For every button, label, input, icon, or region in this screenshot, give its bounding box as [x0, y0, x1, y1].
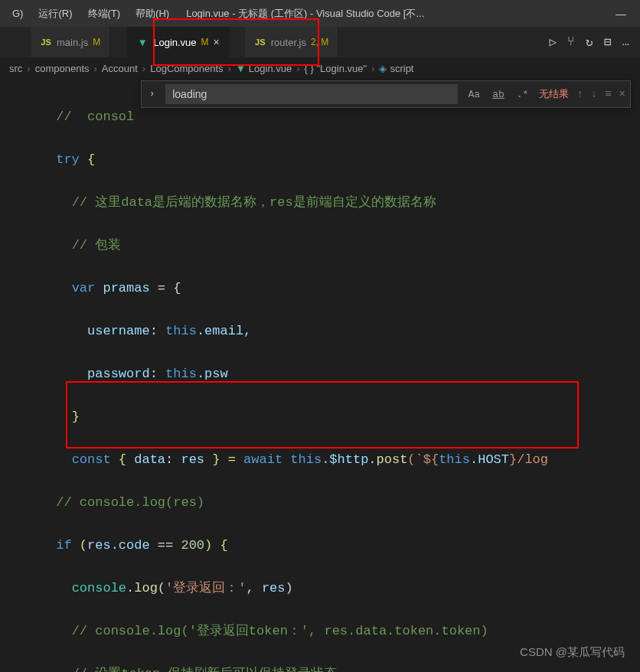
- tab-router-js[interactable]: JS router.js 2, M: [245, 27, 339, 57]
- tab-label: router.js: [271, 37, 306, 48]
- next-match-icon[interactable]: ↓: [591, 88, 597, 100]
- whole-word-icon[interactable]: ab: [489, 87, 508, 102]
- tab-label: Login.vue: [153, 37, 196, 48]
- search-results: 无结果: [539, 87, 569, 101]
- search-toggle-icon[interactable]: ›: [146, 89, 158, 99]
- menu-help[interactable]: 帮助(H): [129, 4, 175, 24]
- split-icon[interactable]: ⊟: [604, 34, 612, 50]
- watermark: CSDN @某瓜写代码: [520, 645, 625, 660]
- vue-icon: ▼: [136, 36, 149, 48]
- crumb[interactable]: Login.vue: [249, 63, 292, 74]
- tab-actions: ▷ ⑂ ↻ ⊟ …: [538, 27, 640, 57]
- git-compare-icon[interactable]: ⑂: [567, 35, 575, 49]
- more-icon[interactable]: …: [622, 35, 629, 49]
- editor[interactable]: › Aa ab .* 无结果 ↑ ↓ ≡ × // consol try { /…: [0, 79, 640, 672]
- run-icon[interactable]: ▷: [549, 34, 557, 50]
- crumb[interactable]: components: [35, 63, 90, 74]
- menu-terminal[interactable]: 终端(T): [82, 4, 127, 24]
- crumb[interactable]: Account: [102, 63, 138, 74]
- find-in-selection-icon[interactable]: ≡: [605, 88, 611, 100]
- tab-main-js[interactable]: JS main.js M: [31, 27, 110, 57]
- menu-g[interactable]: G): [6, 5, 29, 22]
- tab-label: main.js: [57, 37, 88, 48]
- tab-login-vue[interactable]: ▼ Login.vue M ×: [127, 27, 230, 57]
- window-title: Login.vue - 无标题 (工作区) - Visual Studio Co…: [186, 7, 612, 21]
- breadcrumbs[interactable]: src› components› Account› LogComponents›…: [0, 57, 640, 79]
- cube-icon: ◈: [379, 63, 387, 74]
- close-icon[interactable]: ×: [214, 36, 220, 48]
- menu-run[interactable]: 运行(R): [32, 4, 78, 24]
- crumb[interactable]: src: [9, 63, 22, 74]
- crumb[interactable]: LogComponents: [150, 63, 223, 74]
- vue-icon: ▼: [236, 63, 246, 74]
- window-controls: —: [616, 8, 634, 20]
- match-case-icon[interactable]: Aa: [465, 87, 484, 102]
- crumb[interactable]: { } "Login.vue": [305, 63, 367, 74]
- menubar: G) 运行(R) 终端(T) 帮助(H) Login.vue - 无标题 (工作…: [0, 0, 640, 27]
- js-icon: JS: [40, 36, 52, 48]
- tab-modified-icon: M: [201, 37, 209, 47]
- js-icon: JS: [254, 36, 266, 48]
- crumb[interactable]: script: [390, 63, 413, 74]
- minimize-icon[interactable]: —: [616, 8, 626, 20]
- close-search-icon[interactable]: ×: [619, 88, 625, 100]
- refresh-icon[interactable]: ↻: [586, 34, 593, 50]
- regex-icon[interactable]: .*: [514, 87, 532, 102]
- tab-modified-icon: 2, M: [311, 37, 328, 47]
- code-area[interactable]: // consol try { // 这里data是后端的数据名称，res是前端…: [0, 79, 640, 672]
- search-widget: › Aa ab .* 无结果 ↑ ↓ ≡ ×: [141, 80, 631, 108]
- tab-bar: JS main.js M ▼ Login.vue M × JS router.j…: [0, 27, 640, 57]
- search-input[interactable]: [165, 84, 457, 104]
- prev-match-icon[interactable]: ↑: [576, 88, 583, 100]
- tab-modified-icon: M: [93, 37, 100, 47]
